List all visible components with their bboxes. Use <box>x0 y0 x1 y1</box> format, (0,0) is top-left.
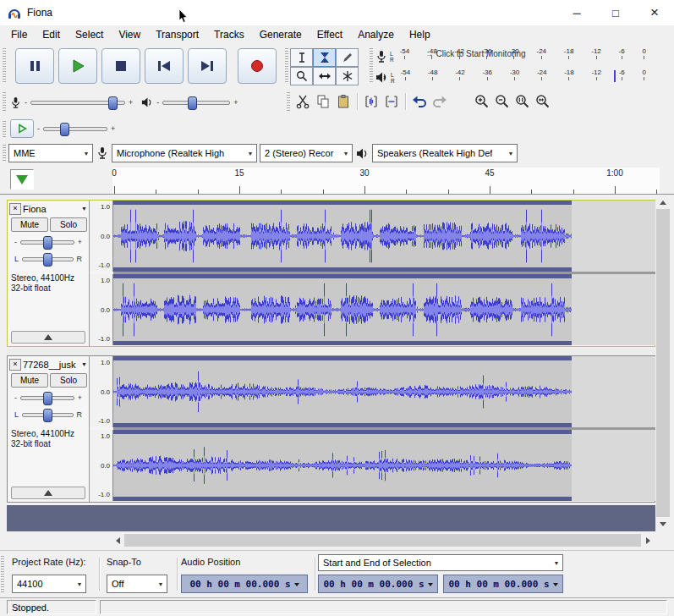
project-rate-combo[interactable]: 44100 ▼ <box>12 575 86 593</box>
vertical-ruler[interactable]: 1.00.0-1.0 <box>90 274 113 345</box>
toolbar-grip[interactable] <box>3 121 6 137</box>
scroll-right-arrow[interactable] <box>641 533 655 547</box>
timeline-pin-box[interactable] <box>10 169 34 190</box>
toolbar-grip[interactable] <box>3 48 6 84</box>
track-menu-arrow-icon[interactable]: ▼ <box>81 361 87 367</box>
solo-button[interactable]: Solo <box>50 373 87 388</box>
silence-audio-button[interactable] <box>381 91 402 112</box>
menu-item-tracks[interactable]: Tracks <box>206 27 252 42</box>
monitor-text[interactable]: → Click to Start Monitoring <box>425 49 526 58</box>
trim-audio-button[interactable] <box>361 91 381 112</box>
waveform-channel-right[interactable] <box>113 274 655 345</box>
menu-item-generate[interactable]: Generate <box>252 27 310 42</box>
stop-button[interactable] <box>101 48 140 84</box>
mic-icon[interactable] <box>375 50 387 63</box>
minimize-button[interactable]: ─ <box>557 0 596 25</box>
undo-button[interactable] <box>409 91 430 112</box>
playback-volume-slider[interactable] <box>162 101 230 105</box>
toolbar-grip[interactable] <box>3 145 6 162</box>
fit-selection-button[interactable] <box>512 91 533 112</box>
copy-button[interactable] <box>313 91 333 112</box>
menu-item-edit[interactable]: Edit <box>35 27 68 42</box>
play-speed-slider[interactable] <box>43 127 107 131</box>
skip-to-start-button[interactable] <box>145 48 184 84</box>
menu-item-view[interactable]: View <box>111 27 148 42</box>
audio-position-field[interactable]: 00 h 00 m 00.000 s <box>181 575 308 593</box>
recording-channels-combo[interactable]: 2 (Stereo) Recor ▼ <box>260 144 353 162</box>
pan-slider[interactable] <box>22 257 73 261</box>
close-button[interactable]: × <box>635 0 674 25</box>
pan-slider[interactable] <box>22 413 73 417</box>
vertical-ruler[interactable]: 1.00.0-1.0 <box>90 356 113 427</box>
fit-project-button[interactable] <box>533 91 553 112</box>
chevron-down-icon[interactable] <box>428 583 433 589</box>
zoom-in-button[interactable] <box>472 91 492 112</box>
selection-tool-button[interactable] <box>290 48 313 67</box>
toolbar-grip[interactable] <box>370 48 373 84</box>
chevron-down-icon[interactable] <box>294 583 299 589</box>
waveform-channel-left[interactable] <box>113 201 655 272</box>
track-menu-arrow-icon[interactable]: ▼ <box>81 206 87 212</box>
track-close-button[interactable]: × <box>9 203 21 215</box>
toolbar-grip[interactable] <box>287 92 290 113</box>
mute-button[interactable]: Mute <box>11 373 48 388</box>
menu-item-effect[interactable]: Effect <box>310 27 350 42</box>
waveform-canvas[interactable] <box>113 430 572 501</box>
waveform-canvas[interactable] <box>113 356 572 427</box>
chevron-down-icon[interactable] <box>553 583 558 589</box>
gain-slider[interactable] <box>20 240 74 245</box>
track-close-button[interactable]: × <box>9 359 21 371</box>
record-button[interactable] <box>238 48 277 84</box>
track-area-background[interactable] <box>7 505 655 531</box>
track-name[interactable]: Fiona <box>23 204 81 214</box>
horizontal-scrollbar-thumb[interactable] <box>124 534 641 547</box>
timeline[interactable]: 01530451:00 <box>0 166 674 195</box>
scroll-left-arrow[interactable] <box>110 533 124 547</box>
play-button[interactable] <box>58 48 97 84</box>
playback-device-combo[interactable]: Speakers (Realtek High Def ▼ <box>372 144 518 162</box>
vertical-ruler[interactable]: 1.00.0-1.0 <box>90 430 113 501</box>
menu-item-analyze[interactable]: Analyze <box>350 27 402 42</box>
mute-button[interactable]: Mute <box>11 217 48 232</box>
recording-meter-scale[interactable]: → Click to Start Monitoring -54-48-42-36… <box>397 47 649 66</box>
selection-end-field[interactable]: 00 h 00 m 00.000 s <box>443 575 563 593</box>
timeline-ruler[interactable]: 01530451:00 <box>112 168 660 194</box>
timeshift-tool-button[interactable] <box>313 67 336 85</box>
audio-host-combo[interactable]: MME ▼ <box>8 144 93 162</box>
cut-button[interactable] <box>293 91 313 112</box>
horizontal-scrollbar[interactable] <box>110 533 655 547</box>
track-name[interactable]: 77268__jusk <box>23 360 81 370</box>
vertical-ruler[interactable]: 1.00.0-1.0 <box>90 201 113 272</box>
selection-mode-combo[interactable]: Start and End of Selection ▼ <box>318 554 563 571</box>
multi-tool-button[interactable] <box>336 67 359 85</box>
speaker-icon[interactable] <box>375 71 388 84</box>
waveform-channel-left[interactable] <box>113 356 655 427</box>
play-at-speed-button[interactable] <box>10 119 34 138</box>
collapse-button[interactable] <box>11 487 85 499</box>
vertical-scrollbar-thumb[interactable] <box>656 209 670 517</box>
waveform-canvas[interactable] <box>113 274 572 345</box>
toolbar-grip[interactable] <box>1 556 4 592</box>
envelope-tool-button[interactable] <box>313 48 336 67</box>
draw-tool-button[interactable] <box>336 48 359 67</box>
recording-device-combo[interactable]: Microphone (Realtek High ▼ <box>112 144 257 162</box>
gain-slider[interactable] <box>20 396 74 400</box>
playback-meter-scale[interactable]: -54-48-42-36-30-24-18-12-60 <box>397 68 649 87</box>
paste-button[interactable] <box>333 91 353 112</box>
toolbar-grip[interactable] <box>3 92 6 113</box>
selection-start-field[interactable]: 00 h 00 m 00.000 s <box>318 575 438 593</box>
pause-button[interactable] <box>15 48 54 84</box>
toolbar-grip[interactable] <box>285 48 288 84</box>
recording-volume-slider[interactable] <box>30 101 125 105</box>
scroll-up-arrow[interactable] <box>655 195 670 209</box>
waveform-canvas[interactable] <box>113 201 572 272</box>
menu-item-select[interactable]: Select <box>68 27 111 42</box>
zoom-out-button[interactable] <box>492 91 512 112</box>
redo-button[interactable] <box>430 91 450 112</box>
solo-button[interactable]: Solo <box>50 217 87 232</box>
skip-to-end-button[interactable] <box>188 48 227 84</box>
menu-item-file[interactable]: File <box>3 27 35 42</box>
waveform-channel-right[interactable] <box>113 430 655 501</box>
vertical-scrollbar[interactable] <box>655 195 671 531</box>
menu-item-transport[interactable]: Transport <box>148 27 206 42</box>
